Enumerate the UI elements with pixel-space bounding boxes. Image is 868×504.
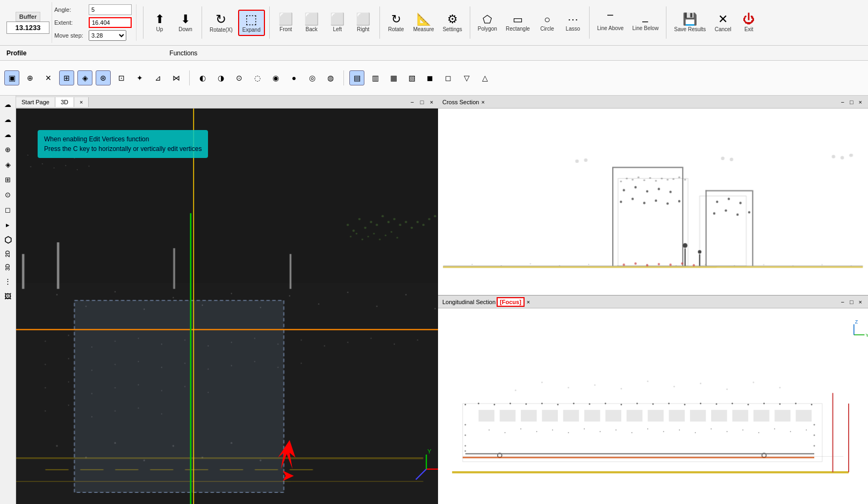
sidebar-btn-6[interactable]: ⊙ bbox=[2, 188, 15, 201]
measure-button[interactable]: 📐 Measure bbox=[410, 11, 437, 34]
down-button[interactable]: ⬇ Down bbox=[174, 11, 197, 34]
cross-section-close[interactable]: × bbox=[857, 99, 864, 105]
sidebar-btn-2[interactable]: ☁ bbox=[2, 128, 15, 141]
extent-input[interactable] bbox=[89, 17, 132, 28]
cross-section-close-x[interactable]: × bbox=[481, 99, 484, 105]
buffer-label: Buffer bbox=[16, 12, 40, 21]
longitudinal-close[interactable]: × bbox=[857, 299, 864, 305]
exit-button[interactable]: ⏻ Exit bbox=[737, 11, 761, 34]
svg-point-29 bbox=[358, 218, 361, 220]
icon-btn-10[interactable]: ◐ bbox=[195, 70, 210, 85]
icon-btn-7[interactable]: ✦ bbox=[132, 70, 147, 85]
longitudinal-minimize[interactable]: − bbox=[839, 299, 845, 305]
icon-btn-22[interactable]: ◼ bbox=[422, 70, 437, 85]
sidebar-btn-7[interactable]: ◻ bbox=[2, 203, 15, 216]
label-3d[interactable]: 3D bbox=[5, 262, 11, 273]
settings-icon: ⚙ bbox=[447, 13, 458, 25]
icon-btn-4[interactable]: ◈ bbox=[77, 70, 92, 85]
rectangle-button[interactable]: ▭ Rectangle bbox=[503, 12, 533, 34]
cross-section-minimize[interactable]: − bbox=[839, 99, 845, 105]
svg-point-175 bbox=[669, 191, 671, 193]
longitudinal-close-x[interactable]: × bbox=[527, 299, 530, 305]
svg-point-226 bbox=[700, 403, 701, 405]
label-2d[interactable]: 2D bbox=[5, 248, 11, 260]
svg-point-230 bbox=[763, 403, 765, 405]
icon-btn-14[interactable]: ◉ bbox=[268, 70, 283, 85]
tab-3d[interactable]: 3D bbox=[55, 97, 74, 107]
sidebar-btn-image[interactable]: 🖼 bbox=[2, 290, 15, 303]
panel-close-btn[interactable]: × bbox=[427, 98, 436, 106]
svg-point-59 bbox=[68, 335, 69, 336]
svg-point-12 bbox=[89, 165, 90, 167]
icon-btn-8[interactable]: ⊿ bbox=[150, 70, 166, 85]
back-button[interactable]: ⬜ Back bbox=[300, 11, 324, 34]
svg-point-139 bbox=[643, 179, 645, 181]
sidebar-btn-dots[interactable]: ⋮ bbox=[2, 275, 15, 288]
icon-btn-24[interactable]: ▽ bbox=[459, 70, 474, 85]
cancel-button[interactable]: ✕ Cancel bbox=[711, 11, 735, 34]
save-results-button[interactable]: 💾 Save Results bbox=[671, 11, 709, 34]
icon-btn-12[interactable]: ⊙ bbox=[232, 70, 247, 85]
icon-btn-16[interactable]: ◎ bbox=[305, 70, 320, 85]
icon-btn-21[interactable]: ▧ bbox=[404, 70, 419, 85]
icon-btn-23[interactable]: ◻ bbox=[441, 70, 456, 85]
svg-point-251 bbox=[464, 435, 466, 436]
cross-section-view[interactable]: X Z bbox=[438, 109, 868, 295]
cross-section-maximize[interactable]: □ bbox=[848, 99, 855, 105]
sidebar-btn-9[interactable]: ⬡ bbox=[2, 233, 15, 246]
sidebar-btn-1[interactable]: ☁ bbox=[2, 113, 15, 126]
sidebar-btn-3[interactable]: ⊕ bbox=[2, 143, 15, 156]
icon-btn-11[interactable]: ◑ bbox=[213, 70, 228, 85]
longitudinal-maximize[interactable]: □ bbox=[848, 299, 855, 305]
tab-close[interactable]: × bbox=[74, 97, 89, 107]
icon-btn-20[interactable]: ▦ bbox=[386, 70, 401, 85]
front-button[interactable]: ⬜ Front bbox=[274, 11, 298, 34]
svg-point-292 bbox=[621, 388, 622, 390]
point-cloud-view[interactable]: ➤ X Y When enabling Edit Vertices functi… bbox=[16, 109, 438, 504]
svg-point-27 bbox=[434, 308, 435, 309]
tab-start-page[interactable]: Start Page bbox=[16, 97, 55, 107]
right-button[interactable]: ⬜ Right bbox=[351, 11, 375, 34]
line-below-button[interactable]: ⎽ Line Below bbox=[629, 12, 662, 33]
icon-btn-3[interactable]: ⊞ bbox=[59, 70, 74, 85]
icon-btn-5[interactable]: ⊛ bbox=[96, 70, 111, 85]
icon-btn-0[interactable]: ▣ bbox=[4, 70, 19, 85]
line-below-label: Line Below bbox=[632, 25, 658, 31]
sep7 bbox=[666, 6, 666, 39]
sidebar-btn-4[interactable]: ◈ bbox=[2, 158, 15, 171]
sidebar-btn-0[interactable]: ☁ bbox=[2, 98, 15, 111]
polygon-button[interactable]: ⬠ Polygon bbox=[475, 12, 500, 34]
icon-btn-1[interactable]: ⊕ bbox=[23, 70, 38, 85]
expand-button[interactable]: ⬚ Expand bbox=[238, 10, 265, 36]
panel-maximize-btn[interactable]: □ bbox=[418, 98, 426, 106]
point-cloud-svg: ➤ X Y bbox=[16, 109, 438, 504]
svg-point-69 bbox=[300, 340, 302, 341]
svg-rect-241 bbox=[627, 410, 643, 422]
line-above-button[interactable]: ⎺ Line Above bbox=[594, 12, 627, 33]
circle-button[interactable]: ○ Circle bbox=[535, 12, 559, 34]
angle-input[interactable] bbox=[89, 4, 132, 15]
sidebar-btn-5[interactable]: ⊞ bbox=[2, 173, 15, 186]
icon-btn-18[interactable]: ▤ bbox=[349, 70, 364, 85]
rotate-x-button[interactable]: ↻ Rotate(X) bbox=[206, 11, 236, 35]
up-button[interactable]: ⬆ Up bbox=[148, 11, 171, 34]
panel-minimize-btn[interactable]: − bbox=[408, 98, 417, 106]
icon-btn-2[interactable]: ✕ bbox=[41, 70, 56, 85]
left-button[interactable]: ⬜ Left bbox=[326, 11, 349, 34]
icon-btn-13[interactable]: ◌ bbox=[250, 70, 265, 85]
svg-point-232 bbox=[795, 403, 797, 405]
parameter-inputs: Angle: Extent: Move step: 3.281.646.56 bbox=[54, 4, 137, 41]
sidebar-btn-8[interactable]: ▸ bbox=[2, 218, 15, 231]
svg-rect-234 bbox=[478, 410, 494, 422]
icon-btn-9[interactable]: ⋈ bbox=[169, 70, 184, 85]
move-step-select[interactable]: 3.281.646.56 bbox=[89, 30, 126, 41]
icon-btn-15[interactable]: ● bbox=[286, 70, 302, 85]
icon-btn-25[interactable]: △ bbox=[477, 70, 492, 85]
icon-btn-17[interactable]: ◍ bbox=[323, 70, 338, 85]
longitudinal-section-view[interactable]: Y Z bbox=[438, 308, 868, 504]
rotate-button[interactable]: ↻ Rotate bbox=[384, 11, 408, 34]
settings-button[interactable]: ⚙ Settings bbox=[440, 11, 465, 34]
icon-btn-19[interactable]: ▥ bbox=[368, 70, 383, 85]
icon-btn-6[interactable]: ⊡ bbox=[114, 70, 129, 85]
lasso-button[interactable]: ⋯ Lasso bbox=[561, 12, 585, 34]
